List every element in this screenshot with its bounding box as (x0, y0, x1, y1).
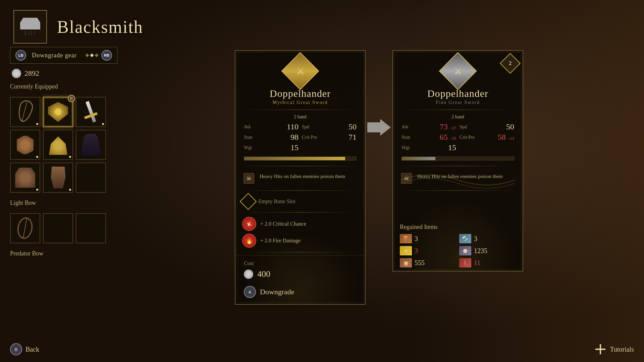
right-ability-icon: ☠ (400, 172, 413, 185)
greaves-item (46, 166, 70, 189)
right-spd-label: Spd (460, 124, 467, 130)
equipped-gear-grid: R (10, 97, 117, 193)
tutorials-button[interactable]: Tutorials (594, 343, 634, 355)
downgrade-button[interactable]: A Downgrade (244, 283, 357, 301)
light-bow-label: Light Bow (10, 199, 117, 206)
rune-slot-text: Empty Rune Slot (258, 198, 295, 204)
back-button[interactable]: B Back (10, 343, 39, 355)
rb-button[interactable]: RB (101, 50, 112, 61)
gear-slot-bracers[interactable] (10, 130, 40, 160)
left-atk-row: Atk 110 (244, 122, 299, 131)
left-crit-label: Crit-Pre (302, 135, 317, 140)
left-divider-2 (242, 166, 358, 166)
nav-dot-1 (85, 53, 89, 57)
a-button[interactable]: A (244, 286, 256, 298)
dot-helmet (69, 156, 71, 158)
tutorials-icon (594, 343, 606, 355)
gear-slot-pred-bow[interactable] (10, 213, 40, 243)
right-wgt-label: Wgt (401, 145, 410, 150)
r-badge: R (68, 95, 75, 102)
cost-row: 400 (244, 269, 357, 279)
gear-slot-greaves[interactable] (43, 163, 73, 193)
right-atk-label: Atk (401, 124, 409, 130)
predator-bow-label: Predator Bow (10, 250, 117, 257)
right-ability-text: Heavy Hits on fallen enemies poison them (417, 172, 503, 180)
left-progress-fill (244, 157, 345, 160)
left-progress-container (235, 154, 365, 163)
regained-ore-count: 1235 (474, 247, 487, 255)
gear-slot-armor[interactable] (10, 163, 40, 193)
dot-sword (102, 123, 104, 125)
bonus-row-1: K + 2.0 Critical Chance (242, 217, 358, 231)
regained-wood-count: 3 (415, 235, 418, 243)
bracers-item (13, 133, 37, 157)
right-atk-with-diff: 73 -37 (440, 122, 456, 131)
right-spd-row: Spd 50 (460, 122, 514, 131)
raven-symbol-left: ⚔ (296, 66, 305, 77)
right-crit-diff: -13 (508, 136, 514, 141)
left-divider-5 (242, 252, 358, 252)
currency-amount: 2892 (24, 69, 39, 78)
dot-bracers (36, 156, 38, 158)
left-wgt-value: 15 (290, 143, 299, 152)
right-ability-row: ☠ Heavy Hits on fallen enemies poison th… (400, 172, 516, 185)
left-wgt-row: Wgt 15 (244, 143, 299, 152)
gear-slot-helmet[interactable] (43, 130, 73, 160)
emblem-inner-left: ⚔ (292, 63, 309, 79)
regained-gold-count: 3 (415, 247, 418, 255)
right-divider-3 (400, 190, 516, 191)
regained-ore-row: ⬟ 1235 (459, 246, 516, 255)
left-card-stats: 2 hand Atk 110 Spd 50 Stun 98 (235, 113, 365, 154)
left-spd-label: Spd (302, 124, 309, 130)
right-stun-row: Stun 65 -33 (401, 133, 456, 142)
left-atk-value: 110 (287, 122, 299, 131)
regained-gold-row: ✦ 3 (400, 246, 457, 255)
left-spd-value: 50 (348, 122, 357, 131)
gear-slot-shield[interactable]: R (43, 97, 73, 127)
gear-slot-lb2 (43, 213, 73, 243)
wood-icon: 🪵 (400, 234, 412, 243)
left-hand-label: 2 hand (244, 114, 357, 120)
dot-bow (36, 123, 38, 125)
left-progress-bg (244, 157, 357, 161)
current-item-card: ⚔ Doppelhander Mythical Great Sword 2 ha… (235, 50, 366, 305)
nav-dot-3 (95, 53, 98, 57)
left-divider-1 (242, 110, 358, 110)
bonus-row-2: 🔥 + 2.0 Fire Damage (242, 234, 358, 248)
card-emblem-left: ⚔ (235, 51, 365, 84)
critical-bonus-text: + 2.0 Critical Chance (260, 221, 306, 227)
dot-armor (36, 189, 38, 191)
leather-icon: ▣ (400, 258, 412, 267)
regained-rune-count: 11 (474, 259, 480, 267)
right-card-stats: 2 hand Atk 73 -37 Spd 50 (393, 113, 523, 154)
right-crit-with-diff: 58 -13 (498, 133, 514, 142)
right-atk-value: 73 (440, 122, 448, 131)
right-atk-row: Atk 73 -37 (401, 122, 456, 131)
downgrade-text: Downgrade (260, 288, 294, 296)
bonus-stats: K + 2.0 Critical Chance 🔥 + 2.0 Fire Dam… (235, 215, 365, 249)
armor-item (13, 166, 37, 189)
gear-slot-sword[interactable] (76, 97, 106, 127)
pred-bow-item (13, 217, 37, 240)
cost-amount: 400 (257, 269, 270, 279)
lb-button[interactable]: LB (15, 50, 26, 61)
right-progress-fill (402, 157, 435, 160)
critical-bonus-icon: K (242, 217, 256, 231)
right-stun-value: 65 (440, 133, 448, 142)
right-crit-row: Crit-Pre 58 -13 (460, 133, 514, 142)
b-button[interactable]: B (10, 343, 22, 355)
currency-display: 2892 (10, 69, 117, 78)
left-panel: LB Downgrade gear RB 2892 Currently Equi… (10, 47, 117, 355)
raven-symbol-right: ⚔ (454, 66, 462, 77)
right-stun-label: Stun (401, 135, 410, 140)
right-stats-grid: Atk 73 -37 Spd 50 Stun (401, 122, 514, 152)
left-spd-row: Spd 50 (302, 122, 357, 131)
regained-iron-row: 🔩 3 (459, 234, 516, 243)
right-stun-diff: -33 (450, 136, 456, 141)
helmet-item (46, 133, 70, 157)
right-divider-1 (400, 110, 516, 110)
cost-label: Cost (244, 260, 357, 266)
gear-slot-bow[interactable] (10, 97, 40, 127)
gear-slot-cloak[interactable] (76, 130, 106, 160)
nav-dots (86, 54, 98, 57)
